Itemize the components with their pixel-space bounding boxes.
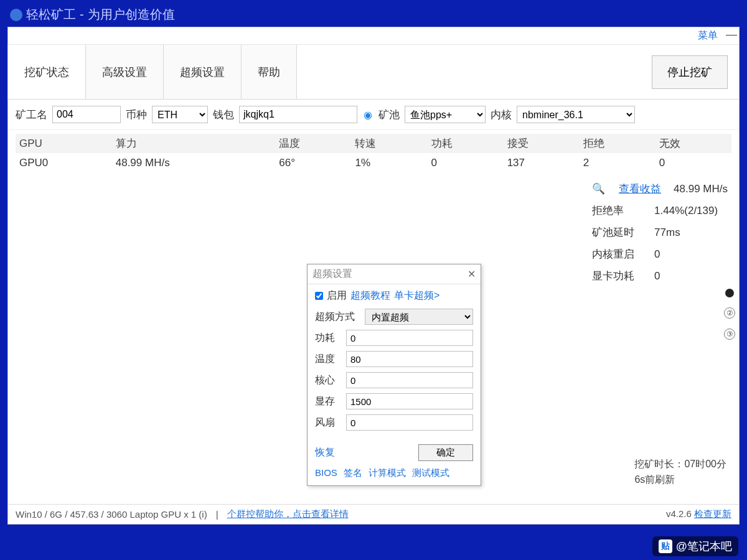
reject-rate-value: 1.44%(2/139) [654,205,718,217]
app-title: 轻松矿工 [26,6,76,23]
watermark: 贴 @笔记本吧 [652,536,738,556]
tab-advanced-settings[interactable]: 高级设置 [85,45,164,99]
side-badges: ② ③ [724,289,735,340]
restore-link[interactable]: 恢复 [315,446,335,459]
coin-select[interactable]: ETH [152,106,208,123]
gpu-table: GPU 算力 温度 转速 功耗 接受 拒绝 无效 GPU0 48.99 MH/s… [16,134,731,173]
system-info-text: Win10 / 6G / 457.63 / 3060 Laptop GPU x … [16,509,207,520]
power-input[interactable] [346,330,473,346]
status-bar: Win10 / 6G / 457.63 / 3060 Laptop GPU x … [8,504,739,524]
total-hashrate-value: 48.99 MH/s [674,183,728,195]
overclock-mode-select[interactable]: 内置超频 [365,309,473,325]
calc-mode-link[interactable]: 计算模式 [369,467,406,478]
tab-help[interactable]: 帮助 [241,45,297,99]
view-profit-link[interactable]: 查看收益 [619,182,661,196]
pool-label: 矿池 [378,108,400,122]
eye-icon[interactable]: ◉ [362,109,374,121]
gpu-table-row: GPU0 48.99 MH/s 66° 1% 0 137 2 0 [16,153,731,173]
badge-2-icon[interactable]: ② [724,307,735,319]
stats-panel: 🔍 查看收益 48.99 MH/s 拒绝率1.44%(2/139) 矿池延时77… [592,182,728,291]
fan-input[interactable] [346,414,473,431]
core-label: 内核 [491,108,512,122]
wallet-label: 钱包 [213,108,234,122]
group-control-link[interactable]: 个群控帮助你，点击查看详情 [227,508,349,520]
core-clock-input[interactable] [346,372,473,388]
close-icon[interactable]: ✕ [467,268,476,280]
version-text: v4.2.6 [666,508,692,519]
menu-button[interactable]: 菜单 [692,27,724,44]
tab-mining-status[interactable]: 挖矿状态 [7,45,86,99]
refresh-text: 6s前刷新 [634,474,726,487]
magnifier-icon: 🔍 [592,182,605,195]
pool-select[interactable]: 鱼池pps+ [405,106,486,123]
gpu-power-value: 0 [654,270,660,282]
app-window: 菜单 — 挖矿状态 高级设置 超频设置 帮助 停止挖矿 矿工名 币种 ETH 钱… [7,27,740,525]
overclock-tutorial-link[interactable]: 超频教程 [350,289,390,302]
mem-clock-input[interactable] [346,393,473,409]
badge-3-icon[interactable]: ③ [724,329,735,340]
temp-input[interactable] [346,351,473,367]
sign-link[interactable]: 签名 [344,467,362,478]
core-restart-value: 0 [654,248,660,261]
miner-name-label: 矿工名 [16,108,47,122]
enable-overclock-checkbox[interactable] [315,292,323,300]
enable-label: 启用 [327,289,347,302]
check-update-link[interactable]: 检查更新 [694,508,731,519]
core-select[interactable]: nbminer_36.1 [517,106,635,123]
overclock-dialog: 超频设置 ✕ 启用 超频教程 单卡超频> 超频方式内置超频 功耗 温度 核心 显… [307,264,481,486]
bios-link[interactable]: BIOS [315,467,337,478]
app-slogan: 为用户创造价值 [88,6,175,23]
stop-mining-button[interactable]: 停止挖矿 [652,55,728,89]
ok-button[interactable]: 确定 [418,444,473,461]
miner-name-input[interactable] [52,106,121,123]
coin-label: 币种 [126,108,147,122]
single-card-overclock-link[interactable]: 单卡超频> [394,289,439,302]
runtime-info: 挖矿时长：07时00分 6s前刷新 [634,455,726,487]
pool-latency-value: 77ms [654,226,680,239]
wallet-input[interactable] [239,106,357,123]
gpu-table-header: GPU 算力 温度 转速 功耗 接受 拒绝 无效 [16,134,731,153]
minimize-button[interactable]: — [724,27,739,41]
os-titlebar: 轻松矿工 - 为用户创造价值 [7,5,740,27]
dialog-title-text: 超频设置 [312,268,352,281]
app-logo-icon [10,9,22,21]
test-mode-link[interactable]: 测试模式 [412,467,449,478]
badge-dot-icon[interactable] [725,289,734,297]
mining-duration-value: 07时00分 [684,459,726,469]
tab-overclock-settings[interactable]: 超频设置 [163,45,242,99]
tieba-icon: 贴 [659,539,672,553]
